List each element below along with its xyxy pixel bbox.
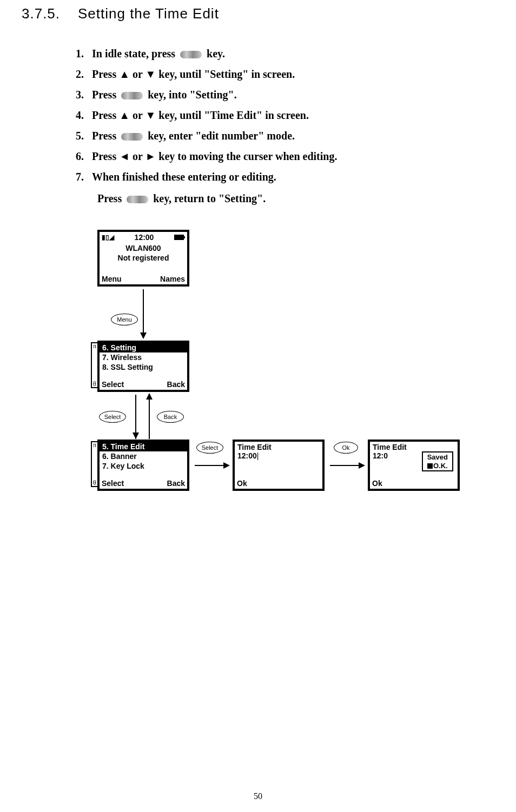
- main-menu-screen: 6. Setting 7. Wireless 8. SSL Setting Se…: [97, 341, 189, 392]
- menu-item-banner[interactable]: 6. Banner: [100, 451, 187, 461]
- select-button[interactable]: Select: [99, 411, 126, 423]
- softkey-right[interactable]: Back: [167, 479, 185, 488]
- instruction-final-press: Press key, return to "Setting".: [97, 189, 494, 208]
- flow-diagram: ▮▯◢ 12:00 WLAN600 Not registered Menu Na…: [73, 230, 494, 533]
- section-title-text: Setting the Time Edit: [78, 5, 219, 22]
- idle-screen: ▮▯◢ 12:00 WLAN600 Not registered Menu Na…: [97, 230, 189, 287]
- nav-key-icon: [121, 92, 143, 99]
- menu-item-ssl[interactable]: 8. SSL Setting: [100, 362, 187, 372]
- saved-popup: Saved O.K.: [422, 451, 453, 471]
- softkey-left[interactable]: Ok: [372, 479, 382, 488]
- nav-key-icon: [121, 133, 143, 141]
- time-value[interactable]: 12:00|: [237, 451, 320, 460]
- setting-menu-screen: 5. Time Edit 6. Banner 7. Key Lock Selec…: [97, 440, 189, 491]
- menu-button[interactable]: Menu: [111, 314, 138, 325]
- instruction-7: 7.When finished these entering or editin…: [76, 167, 494, 187]
- select-button[interactable]: Select: [196, 442, 223, 454]
- softkey-left[interactable]: Select: [102, 479, 124, 488]
- instruction-1: 1.In idle state, press key.: [76, 44, 494, 63]
- nav-key-icon: [127, 196, 148, 203]
- saved-confirmation-screen: Time Edit 12:0 Saved O.K. Ok: [368, 440, 460, 491]
- back-button[interactable]: Back: [157, 411, 184, 423]
- instruction-list: 1.In idle state, press key. 2.Press ▲ or…: [76, 44, 494, 208]
- softkey-left[interactable]: Ok: [237, 479, 247, 488]
- menu-item-setting[interactable]: 6. Setting: [100, 343, 187, 352]
- softkey-right[interactable]: Back: [167, 380, 185, 389]
- instruction-3: 3.Press key, into "Setting".: [76, 85, 494, 104]
- softkey-left[interactable]: Select: [102, 380, 124, 389]
- menu-item-time-edit[interactable]: 5. Time Edit: [100, 442, 187, 451]
- device-name: WLAN600: [100, 243, 187, 252]
- nav-key-icon: [180, 51, 202, 58]
- section-number: 3.7.5.: [22, 5, 60, 22]
- signal-icon: ▮▯◢: [102, 234, 114, 241]
- instruction-6: 6.Press ◄ or ► key to moving the curser …: [76, 147, 494, 166]
- registration-status: Not registered: [100, 252, 187, 262]
- time-edit-screen: Time Edit 12:00| Ok: [233, 440, 325, 491]
- softkey-right[interactable]: Names: [160, 275, 185, 283]
- ok-button[interactable]: Ok: [334, 442, 358, 454]
- screen-title: Time Edit: [373, 443, 455, 451]
- floppy-icon: [427, 463, 433, 469]
- menu-item-wireless[interactable]: 7. Wireless: [100, 352, 187, 362]
- menu-item-keylock[interactable]: 7. Key Lock: [100, 461, 187, 471]
- softkey-left[interactable]: Menu: [102, 275, 122, 283]
- instruction-2: 2.Press ▲ or ▼ key, until "Setting" in s…: [76, 64, 494, 84]
- page-number: 50: [0, 791, 516, 801]
- screen-title: Time Edit: [237, 443, 320, 451]
- status-bar: ▮▯◢ 12:00: [100, 232, 187, 243]
- instruction-5: 5.Press key, enter "edit number" mode.: [76, 126, 494, 145]
- instruction-4: 4.Press ▲ or ▼ key, until "Time Edit" in…: [76, 105, 494, 125]
- section-heading: 3.7.5. Setting the Time Edit: [22, 5, 494, 22]
- clock: 12:00: [135, 233, 154, 242]
- battery-icon: [174, 235, 184, 240]
